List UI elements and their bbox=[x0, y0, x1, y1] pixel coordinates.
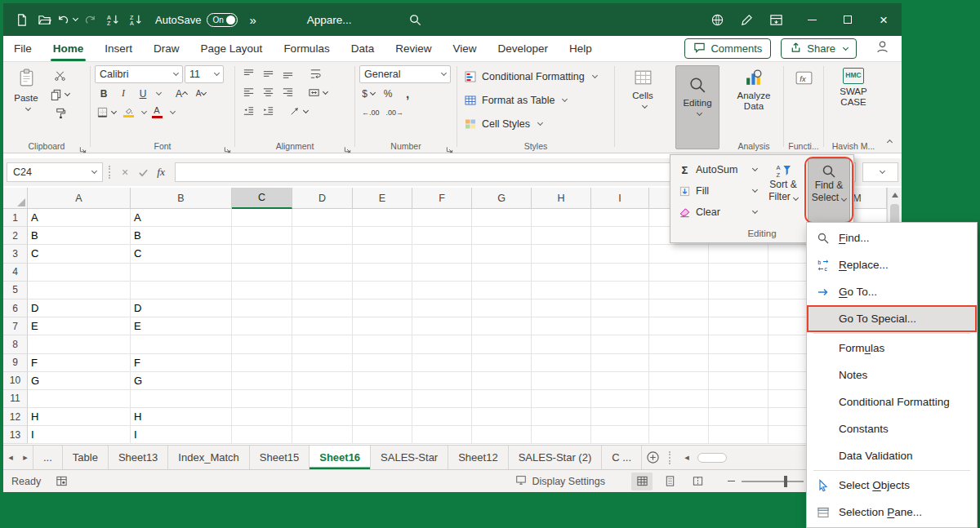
cell-d11[interactable] bbox=[292, 390, 353, 408]
alignment-dialog-launcher[interactable] bbox=[344, 142, 352, 150]
font-name-combo[interactable]: Calibri bbox=[95, 65, 183, 83]
merge-dropdown-chevron[interactable] bbox=[323, 88, 328, 94]
cell-a5[interactable] bbox=[28, 282, 131, 299]
cell-f7[interactable] bbox=[412, 317, 472, 335]
cell-b4[interactable] bbox=[131, 264, 232, 282]
borders-dropdown-chevron[interactable] bbox=[111, 108, 117, 113]
globe-icon[interactable] bbox=[706, 8, 728, 31]
minimize-button[interactable] bbox=[794, 3, 830, 36]
ribbon-tab-page-layout[interactable]: Page Layout bbox=[190, 36, 274, 61]
analyze-data-button[interactable]: Analyze Data bbox=[728, 65, 779, 112]
cell-k3[interactable] bbox=[709, 245, 768, 263]
cell-f5[interactable] bbox=[412, 282, 472, 299]
orientation-button[interactable] bbox=[287, 103, 310, 120]
cell-e6[interactable] bbox=[353, 299, 412, 317]
cell-g10[interactable] bbox=[472, 372, 532, 390]
ribbon-tab-developer[interactable]: Developer bbox=[487, 36, 559, 61]
cell-d10[interactable] bbox=[292, 372, 353, 390]
ribbon-tab-home[interactable]: Home bbox=[42, 36, 95, 61]
prev-sheet-icon[interactable]: ◂ bbox=[3, 446, 18, 469]
cell-b2[interactable]: B bbox=[131, 227, 232, 245]
cell-h4[interactable] bbox=[532, 264, 591, 282]
column-header-e[interactable]: E bbox=[353, 188, 412, 209]
functions-button[interactable]: fx bbox=[788, 65, 819, 88]
cell-e5[interactable] bbox=[353, 282, 412, 299]
cell-i11[interactable] bbox=[591, 390, 649, 408]
paste-button[interactable]: Paste bbox=[7, 65, 45, 139]
cell-c10[interactable] bbox=[232, 372, 292, 390]
cell-j11[interactable] bbox=[649, 390, 709, 408]
cell-b7[interactable]: E bbox=[131, 317, 232, 335]
percent-style-button[interactable]: % bbox=[379, 85, 397, 102]
zoom-slider-handle[interactable] bbox=[784, 476, 787, 487]
format-as-table-button[interactable]: Format as Table bbox=[461, 89, 610, 111]
sheet-tab-sales-star-2[interactable]: SALES-Star (2) bbox=[509, 446, 603, 469]
autosum-button[interactable]: Σ AutoSum bbox=[675, 160, 760, 180]
sort-descending-icon[interactable]: ZA bbox=[124, 8, 147, 31]
ribbon-tab-view[interactable]: View bbox=[442, 36, 487, 61]
copy-dropdown-chevron[interactable] bbox=[65, 90, 70, 95]
sheet-tab-c[interactable]: C ... bbox=[602, 446, 642, 469]
undo-dropdown-chevron[interactable] bbox=[73, 16, 78, 21]
accounting-dropdown-chevron[interactable] bbox=[370, 89, 376, 95]
next-sheet-icon[interactable]: ▸ bbox=[18, 446, 33, 469]
cell-a10[interactable]: G bbox=[28, 372, 131, 390]
cell-e11[interactable] bbox=[353, 390, 412, 408]
select-all-corner[interactable] bbox=[3, 188, 28, 209]
row-header-12[interactable]: 12 bbox=[3, 408, 28, 426]
cell-e3[interactable] bbox=[353, 245, 412, 263]
page-layout-view-button[interactable] bbox=[659, 473, 680, 490]
page-break-view-button[interactable] bbox=[687, 473, 708, 490]
cell-d7[interactable] bbox=[292, 317, 353, 335]
cell-d9[interactable] bbox=[292, 354, 353, 372]
cell-b12[interactable]: H bbox=[131, 408, 232, 426]
bold-button[interactable]: B bbox=[95, 85, 113, 102]
cell-a12[interactable]: H bbox=[28, 408, 131, 426]
share-button[interactable]: Share bbox=[781, 38, 857, 59]
cell-h7[interactable] bbox=[532, 317, 591, 335]
cell-h10[interactable] bbox=[532, 372, 591, 390]
name-box-chevron[interactable] bbox=[91, 168, 97, 174]
cell-c4[interactable] bbox=[232, 264, 292, 282]
cell-g3[interactable] bbox=[472, 245, 532, 263]
cell-a6[interactable]: D bbox=[28, 299, 131, 317]
cell-j8[interactable] bbox=[649, 335, 709, 353]
autosave-toggle[interactable]: On bbox=[207, 13, 238, 27]
cell-d13[interactable] bbox=[292, 426, 353, 444]
cell-d6[interactable] bbox=[292, 299, 353, 317]
cell-j5[interactable] bbox=[649, 282, 709, 299]
cell-k8[interactable] bbox=[709, 335, 768, 353]
cell-g11[interactable] bbox=[472, 390, 532, 408]
number-format-combo[interactable]: General bbox=[359, 65, 451, 83]
cell-b5[interactable] bbox=[131, 282, 232, 299]
fill-color-button[interactable] bbox=[119, 104, 137, 121]
cell-b11[interactable] bbox=[131, 390, 232, 408]
column-header-i[interactable]: I bbox=[591, 188, 649, 209]
menu-item-replace[interactable]: bcReplace... bbox=[807, 251, 977, 278]
ribbon-tab-data[interactable]: Data bbox=[341, 36, 385, 61]
cell-j7[interactable] bbox=[649, 317, 709, 335]
comma-style-button[interactable]: , bbox=[399, 85, 416, 102]
cell-i4[interactable] bbox=[591, 264, 649, 282]
cell-g4[interactable] bbox=[472, 264, 532, 282]
cell-e8[interactable] bbox=[353, 335, 412, 353]
cell-h13[interactable] bbox=[532, 426, 591, 444]
font-dialog-launcher[interactable] bbox=[224, 142, 232, 150]
zoom-out-icon[interactable] bbox=[728, 481, 735, 481]
sort-ascending-icon[interactable]: AZ bbox=[101, 8, 124, 31]
comments-button[interactable]: Comments bbox=[684, 38, 771, 59]
conditional-formatting-button[interactable]: Conditional Formatting bbox=[461, 65, 610, 87]
cell-h5[interactable] bbox=[532, 282, 591, 299]
hscroll-left-icon[interactable]: ◂ bbox=[679, 452, 694, 463]
cell-c2[interactable] bbox=[232, 227, 292, 245]
cancel-icon[interactable]: × bbox=[116, 163, 134, 181]
align-middle-button[interactable] bbox=[259, 65, 277, 82]
cell-h6[interactable] bbox=[532, 299, 591, 317]
ribbon-tab-review[interactable]: Review bbox=[385, 36, 442, 61]
cell-d12[interactable] bbox=[292, 408, 353, 426]
collapse-ribbon-chevron[interactable] bbox=[884, 134, 892, 149]
cell-g1[interactable] bbox=[472, 209, 532, 227]
cell-b8[interactable] bbox=[131, 335, 232, 353]
cell-e1[interactable] bbox=[353, 209, 412, 227]
cell-d1[interactable] bbox=[292, 209, 353, 227]
